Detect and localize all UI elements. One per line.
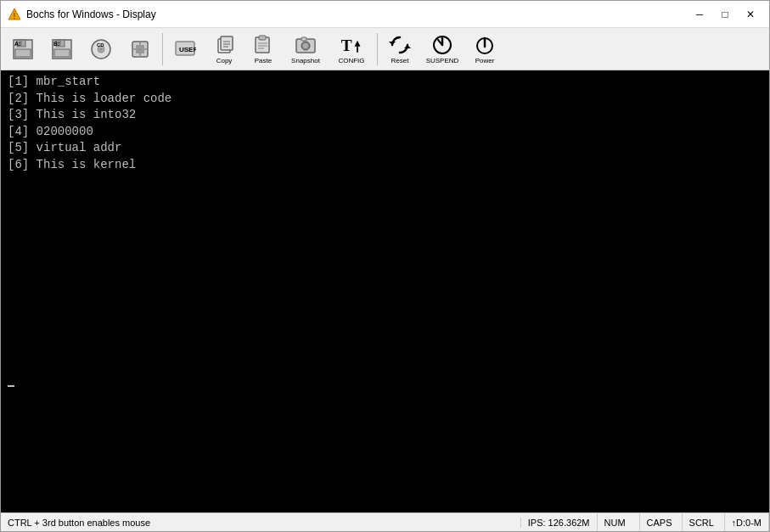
- floppy-b-button[interactable]: B:: [43, 31, 81, 68]
- maximize-button[interactable]: □: [713, 5, 737, 24]
- toolbar-separator-2: [377, 33, 378, 65]
- status-caps: CAPS: [640, 513, 683, 531]
- svg-rect-6: [15, 49, 31, 57]
- snapshot-button[interactable]: Snapshot: [284, 31, 328, 68]
- power-label: Power: [475, 58, 495, 64]
- config-icon: T: [340, 33, 363, 57]
- svg-point-38: [303, 43, 308, 48]
- title-bar-left: Bochs for Windows - Display: [8, 8, 156, 21]
- svg-rect-39: [301, 37, 306, 41]
- svg-rect-27: [221, 36, 233, 50]
- svg-rect-23: [141, 50, 144, 53]
- status-num: NUM: [598, 513, 640, 531]
- toolbar-separator-1: [162, 33, 163, 65]
- cdrom-icon: CD: [89, 37, 113, 61]
- svg-point-15: [100, 48, 103, 50]
- snapshot-icon: [294, 33, 318, 57]
- suspend-label: SUSPEND: [426, 58, 459, 64]
- config-label: CONFIG: [338, 58, 364, 64]
- terminal-output: [1] mbr_start [2] This is loader code [3…: [8, 74, 762, 174]
- close-button[interactable]: ✕: [739, 5, 762, 24]
- svg-text:T: T: [341, 36, 352, 54]
- svg-rect-22: [136, 50, 139, 53]
- paste-label: Paste: [255, 58, 272, 64]
- svg-rect-21: [141, 45, 144, 48]
- title-bar: Bochs for Windows - Display ─ □ ✕: [1, 1, 769, 28]
- window-title: Bochs for Windows - Display: [26, 8, 156, 20]
- suspend-button[interactable]: SUSPEND: [420, 31, 464, 68]
- status-scrl: SCRL: [683, 513, 725, 531]
- reset-icon: [388, 33, 412, 57]
- copy-label: Copy: [216, 58, 233, 64]
- paste-icon: [251, 33, 275, 57]
- power-icon: [473, 33, 497, 57]
- status-id: ↑D:0-M: [725, 513, 769, 531]
- minimize-button[interactable]: ─: [688, 5, 711, 24]
- svg-rect-20: [136, 45, 139, 48]
- copy-button[interactable]: Copy: [205, 31, 243, 68]
- floppy-a-button[interactable]: A:: [4, 31, 42, 68]
- usb-button[interactable]: [121, 31, 159, 68]
- svg-marker-43: [389, 42, 396, 45]
- terminal-cursor: [8, 385, 14, 387]
- svg-rect-1: [14, 13, 15, 17]
- user-button[interactable]: USER: [166, 31, 204, 68]
- app-icon: [8, 8, 21, 21]
- status-hint: CTRL + 3rd button enables mouse: [1, 518, 521, 528]
- floppy-a-icon: A:: [11, 37, 35, 61]
- svg-text:USER: USER: [179, 46, 196, 53]
- svg-text:B:: B:: [53, 41, 59, 47]
- svg-rect-32: [259, 36, 266, 40]
- suspend-icon: [430, 33, 454, 57]
- copy-icon: [212, 33, 236, 57]
- floppy-b-icon: B:: [50, 37, 74, 61]
- display-area[interactable]: [1] mbr_start [2] This is loader code [3…: [1, 70, 769, 512]
- toolbar: A: B: CD: [1, 28, 769, 70]
- svg-marker-44: [404, 45, 411, 48]
- svg-text:A:: A:: [14, 41, 20, 47]
- status-bar: CTRL + 3rd button enables mouse IPS: 126…: [1, 512, 769, 531]
- cdrom-button[interactable]: CD: [82, 31, 120, 68]
- snapshot-label: Snapshot: [291, 58, 320, 64]
- window-controls: ─ □ ✕: [688, 5, 762, 24]
- reset-button[interactable]: Reset: [381, 31, 419, 68]
- status-ips: IPS: 126.362M: [521, 513, 598, 531]
- paste-button[interactable]: Paste: [244, 31, 282, 68]
- svg-marker-41: [355, 41, 361, 47]
- reset-label: Reset: [391, 58, 409, 64]
- svg-rect-2: [14, 18, 15, 20]
- svg-text:CD: CD: [97, 42, 104, 48]
- svg-rect-11: [54, 49, 70, 57]
- power-button[interactable]: Power: [466, 31, 503, 68]
- config-button[interactable]: T CONFIG: [329, 31, 374, 68]
- user-icon: USER: [173, 37, 197, 61]
- usb-icon: [128, 37, 152, 61]
